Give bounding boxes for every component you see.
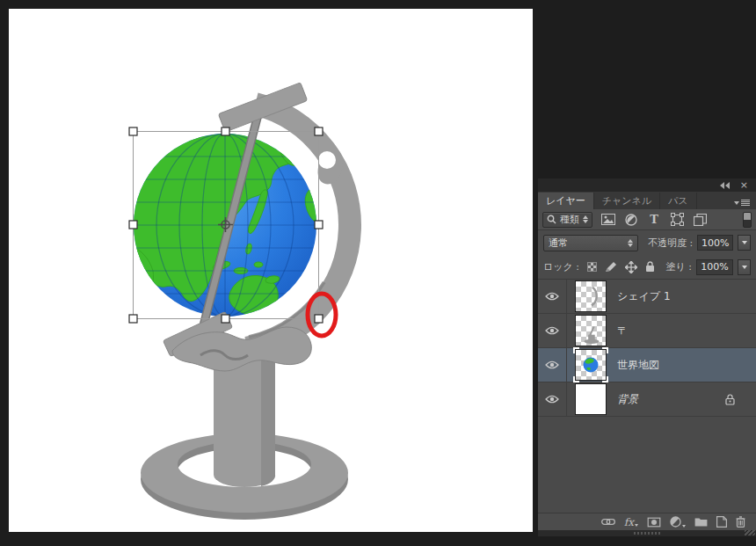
layer-name[interactable]: シェイプ 1 (617, 289, 671, 304)
filter-type-layers-icon[interactable]: T (647, 213, 661, 227)
visibility-eye-icon[interactable] (538, 382, 567, 416)
thumbnail-selection-corner (602, 376, 608, 382)
fx-label: fx (624, 518, 634, 527)
panel-group-titlebar: × (538, 178, 756, 192)
tab-paths[interactable]: パス (660, 193, 697, 209)
filter-adjustment-layers-icon[interactable] (624, 213, 638, 227)
new-layer-icon[interactable] (716, 516, 727, 528)
panel-resize-grip[interactable] (634, 532, 660, 535)
tab-layers[interactable]: レイヤー (538, 193, 594, 209)
delete-layer-trash-icon[interactable] (736, 516, 745, 528)
new-group-folder-icon[interactable] (694, 517, 708, 527)
lock-transparent-pixels-icon[interactable] (587, 262, 597, 272)
thumbnail-selection-corner (602, 347, 608, 353)
panel-menu-icon[interactable] (734, 200, 756, 209)
document-canvas-area[interactable] (0, 0, 538, 546)
filter-shape-layers-icon[interactable] (670, 213, 684, 227)
handle-bottom-left[interactable] (129, 315, 137, 323)
background-lock-icon (725, 394, 735, 405)
fill-value-field[interactable]: 100% (696, 259, 733, 275)
layer-row-shape1[interactable]: シェイプ 1 (538, 280, 756, 314)
handle-bottom-center[interactable] (222, 315, 229, 323)
layer-list-empty-area (538, 417, 756, 513)
layer-name[interactable]: 世界地図 (617, 358, 659, 373)
filter-smart-objects-icon[interactable] (693, 213, 707, 227)
layer-list: シェイプ 1 〒 世界地 (538, 280, 756, 417)
visibility-eye-icon[interactable] (538, 348, 567, 382)
handle-bottom-right[interactable] (315, 315, 323, 323)
layer-thumbnail-background[interactable] (575, 383, 607, 415)
link-layers-icon[interactable] (601, 518, 615, 526)
layer-filter-toggle[interactable] (743, 212, 752, 228)
panel-tabbar: レイヤー チャンネル パス (538, 192, 756, 209)
photoshop-workspace: { "panel": { "header": { "tabs": [ { "la… (0, 0, 756, 546)
thumbnail-selection-corner (573, 347, 579, 353)
handle-top-left[interactable] (129, 127, 137, 135)
layers-bottom-toolbar: fx (538, 513, 756, 530)
filter-kind-label: 種類 (560, 213, 579, 226)
lock-label: ロック : (543, 260, 579, 273)
visibility-eye-icon[interactable] (538, 280, 567, 313)
layer-row-background[interactable]: 背景 (538, 382, 756, 417)
add-layer-mask-icon[interactable] (647, 517, 661, 528)
handle-top-center[interactable] (222, 127, 229, 135)
layer-thumbnail-stand[interactable] (575, 315, 607, 346)
blend-mode-row: 通常 不透明度 : 100% (538, 230, 756, 255)
handle-middle-left[interactable] (129, 221, 137, 229)
lock-row: ロック : 塗り : 100% (538, 255, 756, 280)
blend-mode-select[interactable]: 通常 (543, 235, 638, 251)
opacity-label: 不透明度 : (648, 237, 693, 250)
fill-dropdown-button[interactable] (738, 259, 751, 275)
handle-middle-right[interactable] (315, 221, 323, 229)
search-icon (547, 215, 556, 224)
opacity-value-field[interactable]: 100% (697, 235, 733, 251)
blend-mode-value: 通常 (549, 237, 568, 250)
layer-thumbnail-shape1[interactable] (575, 280, 607, 312)
filter-kind-select[interactable]: 種類 (542, 212, 592, 228)
layer-name[interactable]: 背景 (617, 392, 638, 407)
updown-arrows-icon (628, 239, 633, 247)
new-adjustment-layer-icon[interactable] (670, 516, 686, 528)
updown-arrows-icon (583, 215, 588, 223)
thumbnail-selection-corner (573, 376, 579, 382)
panel-corner-resize-grip[interactable] (745, 530, 755, 535)
canvas-artwork (0, 0, 538, 546)
tab-channels[interactable]: チャンネル (594, 193, 660, 209)
lock-image-pixels-icon[interactable] (605, 261, 617, 273)
visibility-eye-icon[interactable] (538, 314, 567, 347)
opacity-dropdown-button[interactable] (738, 235, 751, 251)
close-panel-icon[interactable]: × (740, 180, 748, 190)
layer-style-fx-icon[interactable]: fx (624, 518, 638, 527)
lock-all-icon[interactable] (645, 261, 655, 273)
layer-row-worldmap[interactable]: 世界地図 (538, 348, 756, 382)
layers-panel: × レイヤー チャンネル パス 種類 T (538, 178, 756, 536)
layer-row-stand[interactable]: 〒 (538, 314, 756, 348)
panel-bottom-edge (538, 530, 756, 536)
fill-label: 塗り : (666, 260, 692, 273)
collapse-panels-icon[interactable] (720, 182, 730, 189)
filter-pixel-layers-icon[interactable] (601, 213, 615, 227)
handle-top-right[interactable] (315, 127, 323, 135)
lock-position-icon[interactable] (625, 261, 637, 273)
layer-name[interactable]: 〒 (617, 324, 628, 339)
layer-filter-row: 種類 T (538, 209, 756, 230)
